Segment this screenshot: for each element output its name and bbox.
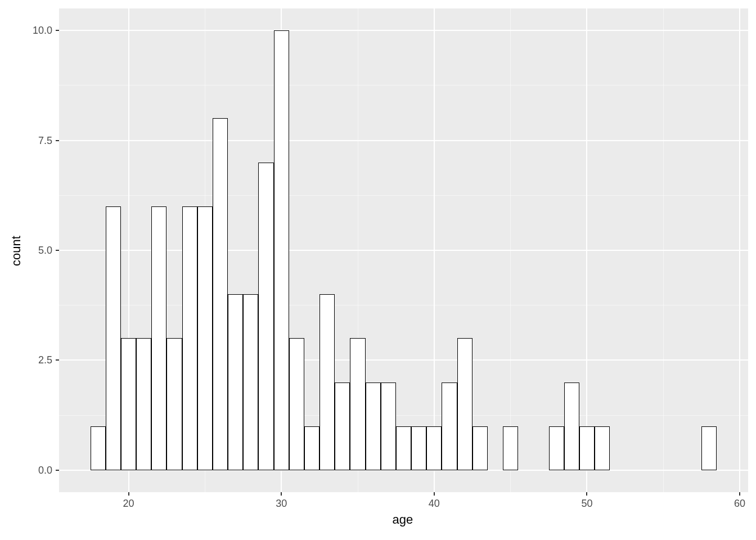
x-tick-label: 40 xyxy=(423,498,446,510)
y-tick xyxy=(56,140,59,141)
histogram-bar xyxy=(197,206,213,470)
histogram-bar xyxy=(503,426,518,470)
histogram-bar xyxy=(381,382,396,470)
histogram-bar xyxy=(274,30,289,470)
histogram-chart: 20304050600.02.55.07.510.0 age count xyxy=(0,0,756,540)
x-tick xyxy=(281,492,282,496)
x-tick xyxy=(586,492,587,496)
histogram-bar xyxy=(121,338,136,470)
histogram-bar xyxy=(91,426,106,470)
histogram-bar xyxy=(258,163,273,470)
y-tick-label: 7.5 xyxy=(28,135,52,147)
histogram-bar xyxy=(549,426,564,470)
histogram-bar xyxy=(136,338,151,470)
x-tick-label: 20 xyxy=(118,498,140,510)
histogram-bar xyxy=(579,426,595,470)
y-tick xyxy=(56,250,59,251)
y-tick xyxy=(56,30,59,31)
histogram-bar xyxy=(595,426,610,470)
grid-major-y xyxy=(59,140,748,141)
y-tick-label: 10.0 xyxy=(28,25,52,37)
histogram-bar xyxy=(289,338,304,470)
histogram-bar xyxy=(396,426,411,470)
y-tick-label: 2.5 xyxy=(28,354,52,366)
histogram-bar xyxy=(106,206,121,470)
y-tick xyxy=(56,359,59,361)
x-tick xyxy=(739,492,740,496)
y-tick-label: 0.0 xyxy=(28,465,52,476)
x-tick xyxy=(434,492,435,496)
y-tick-label: 5.0 xyxy=(28,245,52,256)
grid-major-y xyxy=(59,30,748,31)
y-axis-title: count xyxy=(9,236,24,266)
histogram-bar xyxy=(243,294,258,470)
histogram-bar xyxy=(320,294,335,470)
y-tick xyxy=(56,470,59,471)
histogram-bar xyxy=(472,426,488,470)
histogram-bar xyxy=(457,338,472,470)
histogram-bar xyxy=(335,382,350,470)
histogram-bar xyxy=(442,382,457,470)
histogram-bar xyxy=(228,294,243,470)
histogram-bar xyxy=(411,426,426,470)
histogram-bar xyxy=(426,426,442,470)
histogram-bar xyxy=(151,206,166,470)
histogram-bar xyxy=(564,382,579,470)
x-axis-title: age xyxy=(393,512,413,527)
x-tick-label: 60 xyxy=(728,498,751,510)
x-tick-label: 30 xyxy=(270,498,292,510)
x-tick-label: 50 xyxy=(575,498,598,510)
x-tick xyxy=(128,492,129,496)
histogram-bar xyxy=(701,426,717,470)
histogram-bar xyxy=(304,426,320,470)
histogram-bar xyxy=(182,206,197,470)
grid-minor-y xyxy=(59,85,748,86)
histogram-bar xyxy=(366,382,381,470)
histogram-bar xyxy=(166,338,182,470)
histogram-bar xyxy=(213,118,228,470)
histogram-bar xyxy=(350,338,365,470)
grid-minor-y xyxy=(59,195,748,196)
